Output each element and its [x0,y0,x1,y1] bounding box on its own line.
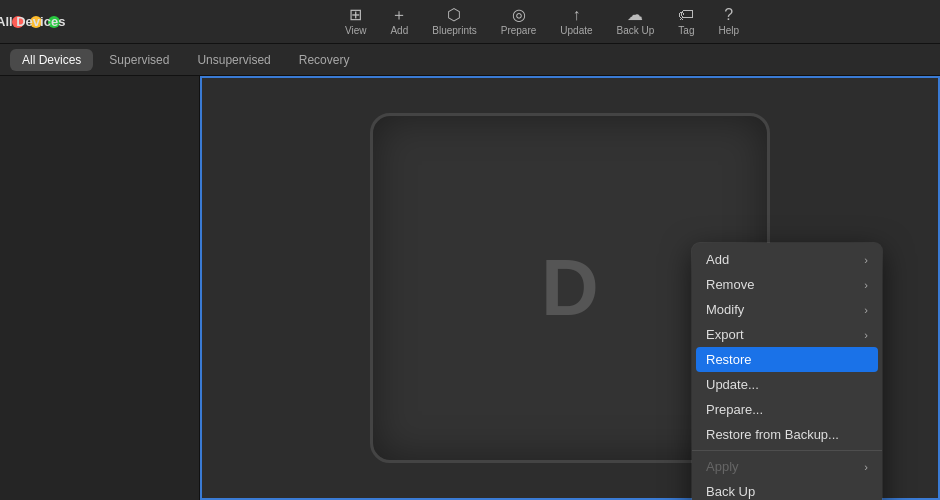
menu-item-apply: Apply › [692,454,882,479]
tab-supervised[interactable]: Supervised [97,49,181,71]
tab-recovery[interactable]: Recovery [287,49,362,71]
tabs-bar: All Devices Supervised Unsupervised Reco… [0,44,940,76]
help-label: Help [718,25,739,36]
chevron-right-icon: › [864,304,868,316]
toolbar-view[interactable]: ⊞ View [333,3,379,40]
toolbar-tag[interactable]: 🏷 Tag [666,3,706,40]
menu-restore-label: Restore [706,352,752,367]
help-icon: ? [724,7,733,23]
menu-export-label: Export [706,327,744,342]
toolbar-blueprints[interactable]: ⬡ Blueprints [420,3,488,40]
add-label: Add [390,25,408,36]
tab-unsupervised[interactable]: Unsupervised [185,49,282,71]
toolbar-add[interactable]: ＋ Add [378,3,420,40]
menu-separator-1 [692,450,882,451]
blueprints-icon: ⬡ [447,7,461,23]
menu-update-label: Update... [706,377,759,392]
update-label: Update [560,25,592,36]
menu-remove-label: Remove [706,277,754,292]
menu-item-restore-backup[interactable]: Restore from Backup... [692,422,882,447]
toolbar-prepare[interactable]: ◎ Prepare [489,3,549,40]
device-area: D Add › Remove › Modify › Export › Resto… [200,76,940,500]
window-title: All Devices [0,14,65,29]
menu-item-backup[interactable]: Back Up [692,479,882,500]
menu-item-restore[interactable]: Restore [696,347,878,372]
view-label: View [345,25,367,36]
menu-item-modify[interactable]: Modify › [692,297,882,322]
update-icon: ↑ [572,7,580,23]
chevron-right-icon: › [864,279,868,291]
context-menu: Add › Remove › Modify › Export › Restore… [692,243,882,500]
tab-all-devices[interactable]: All Devices [10,49,93,71]
sidebar [0,76,200,500]
menu-backup-label: Back Up [706,484,755,499]
backup-label: Back Up [617,25,655,36]
menu-item-update[interactable]: Update... [692,372,882,397]
toolbar-help[interactable]: ? Help [706,3,751,40]
chevron-right-icon: › [864,254,868,266]
main-content: D Add › Remove › Modify › Export › Resto… [0,76,940,500]
menu-item-prepare[interactable]: Prepare... [692,397,882,422]
menu-add-label: Add [706,252,729,267]
prepare-icon: ◎ [512,7,526,23]
menu-item-remove[interactable]: Remove › [692,272,882,297]
tag-label: Tag [678,25,694,36]
toolbar-update[interactable]: ↑ Update [548,3,604,40]
device-letter: D [541,242,599,334]
toolbar-backup[interactable]: ☁ Back Up [605,3,667,40]
blueprints-label: Blueprints [432,25,476,36]
backup-icon: ☁ [627,7,643,23]
titlebar: ‹ Back All Devices ⊞ View ＋ Add ⬡ Bluepr… [0,0,940,44]
add-icon: ＋ [391,7,407,23]
menu-apply-label: Apply [706,459,739,474]
chevron-right-icon: › [864,461,868,473]
menu-item-export[interactable]: Export › [692,322,882,347]
chevron-right-icon: › [864,329,868,341]
menu-modify-label: Modify [706,302,744,317]
menu-item-add[interactable]: Add › [692,247,882,272]
prepare-label: Prepare [501,25,537,36]
menu-prepare-label: Prepare... [706,402,763,417]
view-icon: ⊞ [349,7,362,23]
tag-icon: 🏷 [678,7,694,23]
menu-restore-backup-label: Restore from Backup... [706,427,839,442]
